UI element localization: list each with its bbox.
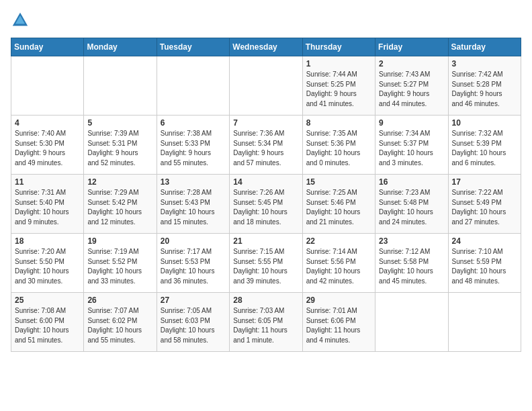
calendar-week-3: 11Sunrise: 7:31 AM Sunset: 5:40 PM Dayli…: [11, 175, 521, 234]
day-info: Sunrise: 7:19 AM Sunset: 5:52 PM Dayligh…: [87, 247, 152, 286]
day-number: 15: [306, 177, 371, 187]
calendar-week-2: 4Sunrise: 7:40 AM Sunset: 5:30 PM Daylig…: [11, 116, 521, 175]
calendar-cell: 15Sunrise: 7:25 AM Sunset: 5:46 PM Dayli…: [302, 175, 375, 234]
day-info: Sunrise: 7:26 AM Sunset: 5:45 PM Dayligh…: [233, 188, 298, 227]
day-number: 11: [15, 177, 80, 187]
calendar-cell: 13Sunrise: 7:28 AM Sunset: 5:43 PM Dayli…: [157, 175, 229, 234]
calendar-cell: [375, 293, 448, 352]
calendar-cell: 3Sunrise: 7:42 AM Sunset: 5:28 PM Daylig…: [448, 56, 521, 116]
day-info: Sunrise: 7:17 AM Sunset: 5:53 PM Dayligh…: [161, 247, 226, 286]
day-info: Sunrise: 7:44 AM Sunset: 5:25 PM Dayligh…: [306, 70, 371, 109]
calendar-cell: 22Sunrise: 7:14 AM Sunset: 5:56 PM Dayli…: [302, 234, 375, 293]
calendar-cell: 26Sunrise: 7:07 AM Sunset: 6:02 PM Dayli…: [84, 293, 157, 352]
calendar-cell: 14Sunrise: 7:26 AM Sunset: 5:45 PM Dayli…: [230, 175, 302, 234]
day-number: 2: [379, 59, 444, 68]
day-info: Sunrise: 7:23 AM Sunset: 5:48 PM Dayligh…: [379, 188, 444, 227]
day-info: Sunrise: 7:31 AM Sunset: 5:40 PM Dayligh…: [15, 188, 80, 227]
logo-icon: [11, 11, 30, 30]
day-info: Sunrise: 7:25 AM Sunset: 5:46 PM Dayligh…: [306, 188, 371, 227]
calendar-cell: 27Sunrise: 7:05 AM Sunset: 6:03 PM Dayli…: [157, 293, 229, 352]
day-number: 3: [452, 59, 517, 68]
calendar-body: 1Sunrise: 7:44 AM Sunset: 5:25 PM Daylig…: [11, 56, 521, 352]
calendar-cell: 16Sunrise: 7:23 AM Sunset: 5:48 PM Dayli…: [375, 175, 448, 234]
calendar-cell: 17Sunrise: 7:22 AM Sunset: 5:49 PM Dayli…: [448, 175, 521, 234]
weekday-header-tuesday: Tuesday: [157, 38, 229, 56]
day-number: 7: [233, 118, 298, 128]
day-number: 28: [233, 295, 298, 305]
day-number: 22: [306, 236, 371, 246]
page-header: [11, 11, 521, 30]
day-info: Sunrise: 7:43 AM Sunset: 5:27 PM Dayligh…: [379, 70, 444, 109]
calendar-cell: 29Sunrise: 7:01 AM Sunset: 6:06 PM Dayli…: [302, 293, 375, 352]
calendar-cell: 23Sunrise: 7:12 AM Sunset: 5:58 PM Dayli…: [375, 234, 448, 293]
day-number: 13: [161, 177, 226, 187]
day-info: Sunrise: 7:10 AM Sunset: 5:59 PM Dayligh…: [452, 247, 517, 286]
day-number: 14: [233, 177, 298, 187]
calendar-week-5: 25Sunrise: 7:08 AM Sunset: 6:00 PM Dayli…: [11, 293, 521, 352]
calendar-table: SundayMondayTuesdayWednesdayThursdayFrid…: [11, 38, 521, 352]
day-number: 9: [379, 118, 444, 128]
day-info: Sunrise: 7:35 AM Sunset: 5:36 PM Dayligh…: [306, 129, 371, 168]
calendar-cell: [84, 56, 157, 116]
day-number: 12: [87, 177, 152, 187]
day-number: 25: [15, 295, 80, 305]
weekday-header-sunday: Sunday: [11, 38, 84, 56]
day-number: 20: [161, 236, 226, 246]
calendar-header: SundayMondayTuesdayWednesdayThursdayFrid…: [11, 38, 521, 56]
weekday-header-thursday: Thursday: [302, 38, 375, 56]
calendar-cell: 25Sunrise: 7:08 AM Sunset: 6:00 PM Dayli…: [11, 293, 84, 352]
day-number: 24: [452, 236, 517, 246]
day-info: Sunrise: 7:07 AM Sunset: 6:02 PM Dayligh…: [87, 306, 152, 345]
day-info: Sunrise: 7:36 AM Sunset: 5:34 PM Dayligh…: [233, 129, 298, 168]
calendar-cell: [11, 56, 84, 116]
calendar-cell: 9Sunrise: 7:34 AM Sunset: 5:37 PM Daylig…: [375, 116, 448, 175]
calendar-cell: 4Sunrise: 7:40 AM Sunset: 5:30 PM Daylig…: [11, 116, 84, 175]
day-number: 4: [15, 118, 80, 128]
calendar-cell: 11Sunrise: 7:31 AM Sunset: 5:40 PM Dayli…: [11, 175, 84, 234]
calendar-cell: 1Sunrise: 7:44 AM Sunset: 5:25 PM Daylig…: [302, 56, 375, 116]
day-info: Sunrise: 7:29 AM Sunset: 5:42 PM Dayligh…: [87, 188, 152, 227]
day-info: Sunrise: 7:05 AM Sunset: 6:03 PM Dayligh…: [161, 306, 226, 345]
day-number: 21: [233, 236, 298, 246]
day-number: 16: [379, 177, 444, 187]
day-number: 18: [15, 236, 80, 246]
calendar-cell: 2Sunrise: 7:43 AM Sunset: 5:27 PM Daylig…: [375, 56, 448, 116]
calendar-week-4: 18Sunrise: 7:20 AM Sunset: 5:50 PM Dayli…: [11, 234, 521, 293]
day-number: 19: [87, 236, 152, 246]
day-number: 23: [379, 236, 444, 246]
day-number: 5: [87, 118, 152, 128]
day-info: Sunrise: 7:12 AM Sunset: 5:58 PM Dayligh…: [379, 247, 444, 286]
day-number: 17: [452, 177, 517, 187]
day-info: Sunrise: 7:40 AM Sunset: 5:30 PM Dayligh…: [15, 129, 80, 168]
day-number: 8: [306, 118, 371, 128]
day-info: Sunrise: 7:03 AM Sunset: 6:05 PM Dayligh…: [233, 306, 298, 345]
day-number: 26: [87, 295, 152, 305]
calendar-week-1: 1Sunrise: 7:44 AM Sunset: 5:25 PM Daylig…: [11, 56, 521, 116]
calendar-cell: 21Sunrise: 7:15 AM Sunset: 5:55 PM Dayli…: [230, 234, 302, 293]
calendar-cell: 28Sunrise: 7:03 AM Sunset: 6:05 PM Dayli…: [230, 293, 302, 352]
day-info: Sunrise: 7:38 AM Sunset: 5:33 PM Dayligh…: [161, 129, 226, 168]
day-info: Sunrise: 7:20 AM Sunset: 5:50 PM Dayligh…: [15, 247, 80, 286]
day-info: Sunrise: 7:28 AM Sunset: 5:43 PM Dayligh…: [161, 188, 226, 227]
calendar-cell: 18Sunrise: 7:20 AM Sunset: 5:50 PM Dayli…: [11, 234, 84, 293]
day-number: 6: [161, 118, 226, 128]
day-number: 10: [452, 118, 517, 128]
day-info: Sunrise: 7:01 AM Sunset: 6:06 PM Dayligh…: [306, 306, 371, 345]
calendar-cell: 19Sunrise: 7:19 AM Sunset: 5:52 PM Dayli…: [84, 234, 157, 293]
day-info: Sunrise: 7:32 AM Sunset: 5:39 PM Dayligh…: [452, 129, 517, 168]
calendar-cell: 12Sunrise: 7:29 AM Sunset: 5:42 PM Dayli…: [84, 175, 157, 234]
day-number: 1: [306, 59, 371, 68]
calendar-cell: 7Sunrise: 7:36 AM Sunset: 5:34 PM Daylig…: [230, 116, 302, 175]
header-row: SundayMondayTuesdayWednesdayThursdayFrid…: [11, 38, 521, 56]
day-info: Sunrise: 7:08 AM Sunset: 6:00 PM Dayligh…: [15, 306, 80, 345]
weekday-header-wednesday: Wednesday: [230, 38, 302, 56]
day-number: 27: [161, 295, 226, 305]
calendar-cell: [230, 56, 302, 116]
weekday-header-friday: Friday: [375, 38, 448, 56]
calendar-cell: 6Sunrise: 7:38 AM Sunset: 5:33 PM Daylig…: [157, 116, 229, 175]
calendar-cell: 20Sunrise: 7:17 AM Sunset: 5:53 PM Dayli…: [157, 234, 229, 293]
calendar-cell: 24Sunrise: 7:10 AM Sunset: 5:59 PM Dayli…: [448, 234, 521, 293]
calendar-cell: 5Sunrise: 7:39 AM Sunset: 5:31 PM Daylig…: [84, 116, 157, 175]
day-info: Sunrise: 7:14 AM Sunset: 5:56 PM Dayligh…: [306, 247, 371, 286]
day-number: 29: [306, 295, 371, 305]
